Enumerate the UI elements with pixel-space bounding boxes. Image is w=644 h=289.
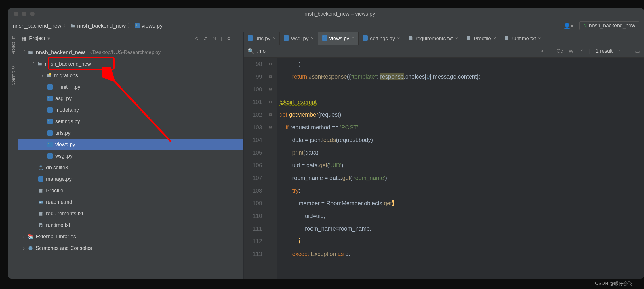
editor-tab[interactable]: runtime.txt× xyxy=(500,32,545,45)
tab-label: requirements.txt xyxy=(416,36,453,42)
tree-file[interactable]: runtime.txt xyxy=(18,219,243,231)
editor-tab[interactable]: views.py× xyxy=(318,32,359,45)
breadcrumb[interactable]: nnsh_backend_new 〉 nnsh_backend_new 〉 vi… xyxy=(13,22,163,30)
close-tab-icon[interactable]: × xyxy=(311,36,313,41)
svg-point-25 xyxy=(249,36,250,37)
left-toolstrip: Project ▦ Commit ⟲ xyxy=(8,32,18,279)
tree-file[interactable]: models.py xyxy=(18,104,243,116)
editor-tab[interactable]: Procfile× xyxy=(462,32,500,45)
editor-tab[interactable]: wsgi.py× xyxy=(280,32,318,45)
library-icon: 📚 xyxy=(28,234,33,239)
watermark: CSDN @暖仔会飞 xyxy=(595,281,632,287)
svg-rect-11 xyxy=(47,130,53,136)
settings-icon[interactable]: ✿ xyxy=(227,36,231,41)
editor-tab[interactable]: urls.py× xyxy=(244,32,280,45)
user-icon[interactable]: 👤▾ xyxy=(563,22,573,29)
breadcrumb-item[interactable]: views.py xyxy=(142,23,163,29)
svg-point-31 xyxy=(364,36,365,37)
hide-icon[interactable]: — xyxy=(236,36,240,41)
python-file-icon xyxy=(47,153,53,159)
code-area[interactable]: 9899100101102103104105106107108109110111… xyxy=(244,58,644,279)
chevron-down-icon[interactable]: ˅ xyxy=(23,49,28,56)
search-input[interactable] xyxy=(257,48,291,54)
search-result-count: 1 result xyxy=(596,48,613,54)
window-controls[interactable] xyxy=(14,12,35,16)
locate-icon[interactable]: ⊕ xyxy=(195,36,199,41)
tree-file[interactable]: asgi.py xyxy=(18,93,243,104)
project-tool[interactable]: Project ▦ xyxy=(11,36,16,55)
regex-toggle[interactable]: .* xyxy=(579,48,583,54)
tree-file[interactable]: db.sqlite3 xyxy=(18,162,243,173)
svg-point-2 xyxy=(49,73,51,75)
prev-match-icon[interactable]: ↑ xyxy=(618,48,621,54)
tree-scratches[interactable]: ›Scratches and Consoles xyxy=(18,242,243,254)
python-file-icon xyxy=(47,142,53,147)
tree-folder-inner[interactable]: ˅ nnsh_backend_new xyxy=(18,58,243,70)
sidebar-header: ▦ Project ▾ ⊕ ⇵ ⇲ | ✿ — xyxy=(18,32,243,45)
match-case-toggle[interactable]: Cc xyxy=(557,48,563,54)
chevron-right-icon[interactable]: › xyxy=(23,245,28,251)
run-configuration[interactable]: dj nnsh_backend_new xyxy=(579,21,639,30)
select-all-icon[interactable]: ▭ xyxy=(635,48,640,54)
tree-external-libs[interactable]: ›📚External Libraries xyxy=(18,231,243,242)
collapse-icon[interactable]: ⇲ xyxy=(212,36,216,41)
tree-file[interactable]: __init__.py xyxy=(18,81,243,93)
separator: | xyxy=(550,48,551,54)
titlebar: nnsh_backend_new – views.py xyxy=(8,8,644,20)
project-sidebar: ▦ Project ▾ ⊕ ⇵ ⇲ | ✿ — ˅ nnsh_backend_n… xyxy=(18,32,244,279)
code-body[interactable]: ) return JsonResponse({"template": respo… xyxy=(277,58,644,279)
svg-rect-18 xyxy=(38,176,43,182)
separator: | xyxy=(221,36,222,41)
tree-root[interactable]: ˅ nnsh_backend_new ~/Desktop/NUS-Researc… xyxy=(18,47,243,58)
python-file-icon xyxy=(135,23,140,28)
svg-point-29 xyxy=(323,36,324,37)
svg-rect-30 xyxy=(363,35,368,41)
close-tab-icon[interactable]: × xyxy=(397,36,400,41)
tree-file[interactable]: MDreadme.md xyxy=(18,196,243,208)
svg-point-8 xyxy=(49,109,49,109)
close-tab-icon[interactable]: × xyxy=(273,36,275,41)
next-match-icon[interactable]: ↓ xyxy=(627,48,629,54)
fold-gutter[interactable]: ⊟⊟⊟⊟⊟⊟ xyxy=(269,58,277,279)
tree-file[interactable]: requirements.txt xyxy=(18,208,243,219)
tree-file[interactable]: settings.py xyxy=(18,116,243,127)
close-tab-icon[interactable]: × xyxy=(538,36,541,41)
editor-tab[interactable]: settings.py× xyxy=(359,32,404,45)
chevron-right-icon[interactable]: › xyxy=(23,234,28,240)
python-file-icon xyxy=(284,35,289,42)
close-search-icon[interactable]: × xyxy=(541,48,544,54)
python-file-icon xyxy=(47,84,53,90)
tree-file[interactable]: urls.py xyxy=(18,127,243,139)
python-file-icon xyxy=(47,107,53,113)
close-tab-icon[interactable]: × xyxy=(352,36,354,41)
tree-file[interactable]: Procfile xyxy=(18,185,243,196)
svg-rect-3 xyxy=(47,84,53,90)
svg-rect-13 xyxy=(47,142,53,147)
file-tree[interactable]: ˅ nnsh_backend_new ~/Desktop/NUS-Researc… xyxy=(18,45,243,279)
scratch-icon xyxy=(28,245,33,251)
tree-file[interactable]: wsgi.py xyxy=(18,150,243,162)
chevron-down-icon[interactable]: ˅ xyxy=(32,61,37,67)
whole-word-toggle[interactable]: W xyxy=(569,48,573,54)
expand-icon[interactable]: ⇵ xyxy=(204,36,207,41)
breadcrumb-item[interactable]: nnsh_backend_new xyxy=(13,23,61,29)
tab-label: views.py xyxy=(329,36,349,42)
zoom-icon[interactable] xyxy=(30,12,35,16)
svg-point-19 xyxy=(39,178,40,178)
tree-folder-migrations[interactable]: › migrations xyxy=(18,70,243,81)
tree-file[interactable]: manage.py xyxy=(18,173,243,185)
window-title: nnsh_backend_new – views.py xyxy=(35,11,644,17)
dropdown-icon[interactable]: ▾ xyxy=(47,35,50,42)
folder-icon xyxy=(37,61,43,67)
chevron-right-icon[interactable]: › xyxy=(41,73,46,79)
breadcrumb-item[interactable]: nnsh_backend_new xyxy=(77,23,126,29)
minimize-icon[interactable] xyxy=(22,12,26,16)
sidebar-title: Project xyxy=(29,35,45,41)
svg-rect-9 xyxy=(47,119,53,124)
commit-tool[interactable]: Commit ⟲ xyxy=(11,66,16,85)
editor-tab[interactable]: requirements.txt× xyxy=(404,32,462,45)
tree-file-selected[interactable]: views.py xyxy=(18,139,243,150)
close-tab-icon[interactable]: × xyxy=(455,36,458,41)
close-icon[interactable] xyxy=(14,12,18,16)
close-tab-icon[interactable]: × xyxy=(493,36,496,41)
